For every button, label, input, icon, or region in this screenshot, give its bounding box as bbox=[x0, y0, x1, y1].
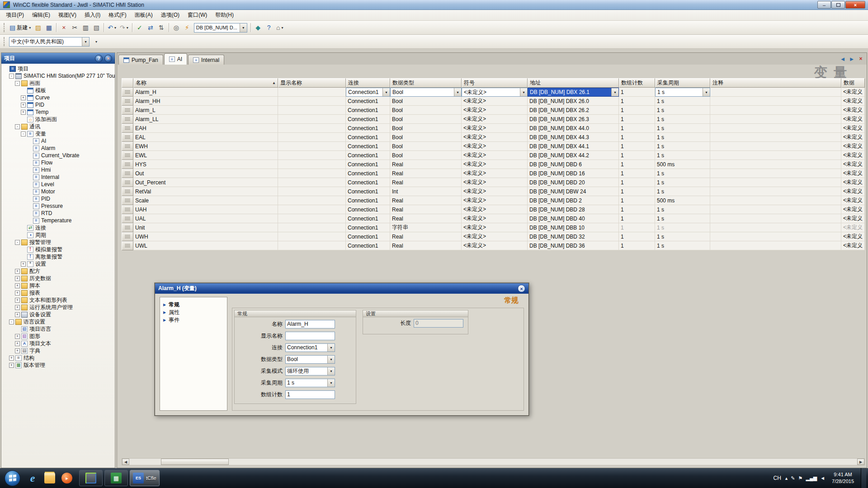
tree-item[interactable]: Flow bbox=[1, 159, 115, 166]
cell-sym[interactable]: <未定义> bbox=[462, 178, 528, 187]
cell-cnt[interactable]: 1 bbox=[619, 232, 655, 241]
cell-cnt[interactable]: 1 bbox=[619, 106, 655, 115]
length-input[interactable]: 0 bbox=[414, 319, 463, 328]
cell-cyc[interactable]: 1 s bbox=[655, 124, 710, 133]
tree-expander-icon[interactable]: + bbox=[15, 298, 20, 303]
dropdown-arrow-icon[interactable]: ▾ bbox=[327, 379, 335, 387]
toolbar-grip[interactable] bbox=[4, 37, 5, 46]
cell-cyc[interactable]: 1 s bbox=[655, 169, 710, 178]
connections-button[interactable]: ⇄ bbox=[145, 22, 156, 33]
cell-addr[interactable]: DB [DB_NUM] DBD 20 bbox=[528, 178, 619, 187]
paste-button[interactable]: ▧ bbox=[91, 22, 102, 33]
table-row[interactable]: Alarm_LConnection1Bool<未定义>DB [DB_NUM] D… bbox=[122, 106, 865, 115]
cell-conn[interactable]: Connection1 bbox=[346, 223, 390, 232]
cell-conn[interactable]: Connection1 bbox=[346, 151, 390, 160]
scroll-right-button[interactable]: ▶ bbox=[857, 459, 864, 465]
cell-sym[interactable]: <未定义>▾ bbox=[462, 88, 528, 97]
cell-sym[interactable]: <未定义> bbox=[462, 169, 528, 178]
cell-sym[interactable]: <未定义> bbox=[462, 151, 528, 160]
cell-name[interactable]: Alarm_HH bbox=[133, 97, 278, 106]
cell-conn[interactable]: Connection1 bbox=[346, 133, 390, 142]
cell-cmt[interactable] bbox=[710, 169, 841, 178]
cell-cmt[interactable] bbox=[710, 142, 841, 151]
tree-item[interactable]: Temperature bbox=[1, 217, 115, 224]
cell-cyc[interactable]: 1 s bbox=[655, 133, 710, 142]
cell-display[interactable] bbox=[278, 178, 346, 187]
cell-display[interactable] bbox=[278, 88, 346, 97]
cell-cmt[interactable] bbox=[710, 232, 841, 241]
tree-item[interactable]: 项目 bbox=[1, 65, 115, 72]
media-player-button[interactable] bbox=[59, 470, 75, 486]
cell-addr[interactable]: DB [DB_NUM] DBD 2 bbox=[528, 196, 619, 205]
tree-item[interactable]: 添加画面 bbox=[1, 116, 115, 123]
column-header-cnt[interactable]: 数组计数 bbox=[619, 78, 655, 88]
tree-item[interactable]: +报表 bbox=[1, 289, 115, 296]
cell-dtype[interactable]: Real bbox=[390, 205, 462, 214]
cell-addr[interactable]: DB [DB_NUM] DBD 36 bbox=[528, 241, 619, 250]
tree-item[interactable]: +设备设置 bbox=[1, 311, 115, 318]
tab-ai[interactable]: AI bbox=[164, 53, 187, 65]
cell-more[interactable]: <未定义 bbox=[841, 160, 865, 169]
column-header-rowhead[interactable] bbox=[122, 78, 133, 88]
row-header-cell[interactable] bbox=[122, 97, 133, 106]
tree-item[interactable]: 离散量报警 bbox=[1, 253, 115, 260]
tree-expander-icon[interactable]: + bbox=[9, 356, 14, 361]
cell-dtype[interactable]: Bool bbox=[390, 133, 462, 142]
cell-sym[interactable]: <未定义> bbox=[462, 196, 528, 205]
cell-display[interactable] bbox=[278, 142, 346, 151]
cell-cnt[interactable]: 1 bbox=[619, 97, 655, 106]
tree-expander-icon[interactable]: - bbox=[21, 131, 26, 136]
cell-more[interactable]: <未定义 bbox=[841, 196, 865, 205]
tree-expander-icon[interactable]: + bbox=[15, 348, 20, 353]
cell-cyc[interactable]: 1 s bbox=[655, 214, 710, 223]
scroll-left-button[interactable]: ◀ bbox=[122, 459, 129, 465]
cell-display[interactable] bbox=[278, 169, 346, 178]
row-header-cell[interactable] bbox=[122, 205, 133, 214]
tree-item[interactable]: +PID bbox=[1, 101, 115, 108]
cell-name[interactable]: Alarm_L bbox=[133, 106, 278, 115]
help-button[interactable]: ? bbox=[264, 22, 274, 33]
column-header-sym[interactable]: 符号 bbox=[462, 78, 528, 88]
cell-conn[interactable]: Connection1 bbox=[346, 169, 390, 178]
table-row[interactable]: UWLConnection1Real<未定义>DB [DB_NUM] DBD 3… bbox=[122, 241, 865, 250]
field-input[interactable] bbox=[285, 332, 335, 340]
language-options-button[interactable]: ▾ bbox=[91, 36, 102, 47]
field-combo[interactable]: Connection1▾ bbox=[285, 343, 335, 352]
tree-expander-icon[interactable]: + bbox=[9, 363, 14, 368]
cell-display[interactable] bbox=[278, 160, 346, 169]
dialog-close-button[interactable]: × bbox=[518, 285, 525, 292]
cell-sym[interactable]: <未定义> bbox=[462, 205, 528, 214]
delete-button[interactable]: × bbox=[58, 22, 69, 33]
tree-item[interactable]: +历史数据 bbox=[1, 275, 115, 282]
menu-item[interactable]: 编辑(E) bbox=[28, 10, 54, 20]
dropdown-arrow-icon[interactable]: ▾ bbox=[327, 356, 335, 363]
row-header-cell[interactable] bbox=[122, 169, 133, 178]
cell-conn[interactable]: Connection1 bbox=[346, 106, 390, 115]
cell-more[interactable]: <未定义 bbox=[841, 187, 865, 196]
cell-cyc[interactable]: 500 ms bbox=[655, 160, 710, 169]
cell-cnt[interactable]: 1 bbox=[619, 133, 655, 142]
cell-name[interactable]: EAL bbox=[133, 133, 278, 142]
cell-dtype[interactable]: Real bbox=[390, 196, 462, 205]
tree-expander-icon[interactable]: + bbox=[15, 341, 20, 346]
volume-icon[interactable]: ◄ bbox=[820, 476, 825, 481]
cell-cnt[interactable]: 1 bbox=[619, 178, 655, 187]
cell-display[interactable] bbox=[278, 241, 346, 250]
cell-cmt[interactable] bbox=[710, 241, 841, 250]
column-header-cyc[interactable]: 采集周期 bbox=[655, 78, 710, 88]
cell-conn[interactable]: Connection1 bbox=[346, 142, 390, 151]
column-header-conn[interactable]: 连接 bbox=[346, 78, 390, 88]
dialog-nav-item[interactable]: ▶属性 bbox=[163, 309, 224, 316]
table-row[interactable]: UALConnection1Real<未定义>DB [DB_NUM] DBD 4… bbox=[122, 214, 865, 223]
tree-expander-icon[interactable]: + bbox=[15, 291, 20, 296]
cell-cmt[interactable] bbox=[710, 124, 841, 133]
tree-expander-icon[interactable]: - bbox=[15, 240, 20, 245]
tree-expander-icon[interactable]: + bbox=[21, 110, 26, 115]
simatic-manager-taskbar-button[interactable] bbox=[79, 470, 103, 486]
cell-cnt[interactable]: 1 bbox=[619, 187, 655, 196]
menu-item[interactable]: 项目(P) bbox=[2, 10, 28, 20]
cell-cyc[interactable]: 1 s bbox=[655, 97, 710, 106]
table-row[interactable]: Alarm_HConnection1▾Bool▾<未定义>▾DB [DB_NUM… bbox=[122, 88, 865, 97]
cell-more[interactable]: <未定义 bbox=[841, 97, 865, 106]
cell-more[interactable]: <未定义 bbox=[841, 178, 865, 187]
